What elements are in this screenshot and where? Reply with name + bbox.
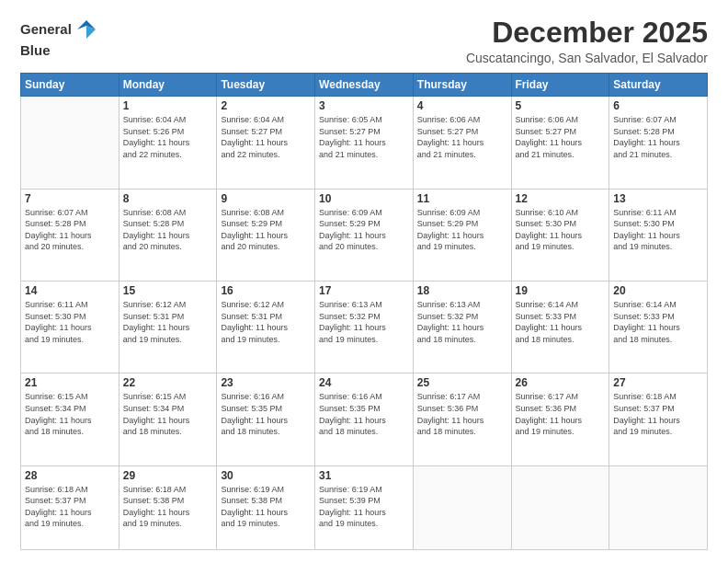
svg-marker-1 — [86, 26, 96, 39]
day-info: Sunrise: 6:16 AM Sunset: 5:35 PM Dayligh… — [319, 391, 409, 437]
day-number: 4 — [417, 99, 507, 112]
calendar-cell: 4Sunrise: 6:06 AM Sunset: 5:27 PM Daylig… — [413, 97, 511, 189]
calendar-cell: 13Sunrise: 6:11 AM Sunset: 5:30 PM Dayli… — [609, 189, 708, 281]
day-number: 26 — [516, 376, 606, 389]
calendar-cell: 6Sunrise: 6:07 AM Sunset: 5:28 PM Daylig… — [609, 97, 708, 189]
day-info: Sunrise: 6:12 AM Sunset: 5:31 PM Dayligh… — [221, 299, 311, 345]
day-number: 8 — [123, 192, 213, 205]
calendar-cell: 25Sunrise: 6:17 AM Sunset: 5:36 PM Dayli… — [413, 373, 511, 465]
day-info: Sunrise: 6:04 AM Sunset: 5:27 PM Dayligh… — [221, 114, 311, 160]
header: General Blue December 2025 Cuscatancingo… — [20, 17, 708, 65]
calendar-cell: 12Sunrise: 6:10 AM Sunset: 5:30 PM Dayli… — [511, 189, 609, 281]
col-wednesday: Wednesday — [315, 74, 414, 97]
day-number: 14 — [25, 284, 115, 297]
day-number: 30 — [221, 469, 311, 482]
day-number: 15 — [123, 284, 213, 297]
calendar-cell: 2Sunrise: 6:04 AM Sunset: 5:27 PM Daylig… — [217, 97, 315, 189]
col-sunday: Sunday — [21, 74, 119, 97]
day-info: Sunrise: 6:17 AM Sunset: 5:36 PM Dayligh… — [516, 391, 606, 437]
day-number: 20 — [613, 284, 703, 297]
col-friday: Friday — [511, 74, 609, 97]
calendar-cell: 21Sunrise: 6:15 AM Sunset: 5:34 PM Dayli… — [21, 373, 119, 465]
day-number: 12 — [516, 192, 606, 205]
day-number: 31 — [319, 469, 409, 482]
day-number: 10 — [319, 192, 409, 205]
day-info: Sunrise: 6:14 AM Sunset: 5:33 PM Dayligh… — [613, 299, 703, 345]
subtitle: Cuscatancingo, San Salvador, El Salvador — [466, 51, 708, 65]
header-row: Sunday Monday Tuesday Wednesday Thursday… — [21, 74, 708, 97]
day-info: Sunrise: 6:12 AM Sunset: 5:31 PM Dayligh… — [123, 299, 213, 345]
day-number: 11 — [417, 192, 507, 205]
logo-text-line2: Blue — [20, 42, 51, 59]
day-info: Sunrise: 6:13 AM Sunset: 5:32 PM Dayligh… — [319, 299, 409, 345]
day-number: 29 — [123, 469, 213, 482]
day-info: Sunrise: 6:16 AM Sunset: 5:35 PM Dayligh… — [221, 391, 311, 437]
calendar-cell: 30Sunrise: 6:19 AM Sunset: 5:38 PM Dayli… — [217, 465, 315, 549]
day-info: Sunrise: 6:11 AM Sunset: 5:30 PM Dayligh… — [25, 299, 115, 345]
day-number: 5 — [516, 99, 606, 112]
day-number: 23 — [221, 376, 311, 389]
calendar-cell: 27Sunrise: 6:18 AM Sunset: 5:37 PM Dayli… — [609, 373, 708, 465]
day-number: 24 — [319, 376, 409, 389]
day-number: 6 — [613, 99, 703, 112]
calendar-cell: 19Sunrise: 6:14 AM Sunset: 5:33 PM Dayli… — [511, 281, 609, 373]
calendar-cell: 28Sunrise: 6:18 AM Sunset: 5:37 PM Dayli… — [21, 465, 119, 549]
day-number: 13 — [613, 192, 703, 205]
day-info: Sunrise: 6:04 AM Sunset: 5:26 PM Dayligh… — [123, 114, 213, 160]
col-saturday: Saturday — [609, 74, 708, 97]
calendar-cell: 16Sunrise: 6:12 AM Sunset: 5:31 PM Dayli… — [217, 281, 315, 373]
day-info: Sunrise: 6:17 AM Sunset: 5:36 PM Dayligh… — [417, 391, 507, 437]
week-row-2: 7Sunrise: 6:07 AM Sunset: 5:28 PM Daylig… — [21, 189, 708, 281]
calendar-cell: 15Sunrise: 6:12 AM Sunset: 5:31 PM Dayli… — [119, 281, 217, 373]
day-info: Sunrise: 6:18 AM Sunset: 5:37 PM Dayligh… — [613, 391, 703, 437]
week-row-3: 14Sunrise: 6:11 AM Sunset: 5:30 PM Dayli… — [21, 281, 708, 373]
day-number: 17 — [319, 284, 409, 297]
day-info: Sunrise: 6:05 AM Sunset: 5:27 PM Dayligh… — [319, 114, 409, 160]
calendar-cell: 22Sunrise: 6:15 AM Sunset: 5:34 PM Dayli… — [119, 373, 217, 465]
col-tuesday: Tuesday — [217, 74, 315, 97]
day-info: Sunrise: 6:19 AM Sunset: 5:38 PM Dayligh… — [221, 484, 311, 530]
day-number: 3 — [319, 99, 409, 112]
day-number: 1 — [123, 99, 213, 112]
week-row-5: 28Sunrise: 6:18 AM Sunset: 5:37 PM Dayli… — [21, 465, 708, 549]
day-info: Sunrise: 6:13 AM Sunset: 5:32 PM Dayligh… — [417, 299, 507, 345]
calendar-cell: 9Sunrise: 6:08 AM Sunset: 5:29 PM Daylig… — [217, 189, 315, 281]
calendar-cell: 14Sunrise: 6:11 AM Sunset: 5:30 PM Dayli… — [21, 281, 119, 373]
title-block: December 2025 Cuscatancingo, San Salvado… — [466, 17, 708, 65]
day-info: Sunrise: 6:10 AM Sunset: 5:30 PM Dayligh… — [516, 207, 606, 253]
calendar-cell: 11Sunrise: 6:09 AM Sunset: 5:29 PM Dayli… — [413, 189, 511, 281]
day-info: Sunrise: 6:08 AM Sunset: 5:29 PM Dayligh… — [221, 207, 311, 253]
day-info: Sunrise: 6:15 AM Sunset: 5:34 PM Dayligh… — [123, 391, 213, 437]
calendar-cell — [609, 465, 708, 549]
day-info: Sunrise: 6:06 AM Sunset: 5:27 PM Dayligh… — [417, 114, 507, 160]
calendar-cell — [21, 97, 119, 189]
day-number: 21 — [25, 376, 115, 389]
calendar-cell: 18Sunrise: 6:13 AM Sunset: 5:32 PM Dayli… — [413, 281, 511, 373]
calendar-cell: 23Sunrise: 6:16 AM Sunset: 5:35 PM Dayli… — [217, 373, 315, 465]
calendar-cell — [511, 465, 609, 549]
day-info: Sunrise: 6:07 AM Sunset: 5:28 PM Dayligh… — [613, 114, 703, 160]
calendar-cell: 3Sunrise: 6:05 AM Sunset: 5:27 PM Daylig… — [315, 97, 414, 189]
day-number: 19 — [516, 284, 606, 297]
day-info: Sunrise: 6:15 AM Sunset: 5:34 PM Dayligh… — [25, 391, 115, 437]
day-info: Sunrise: 6:06 AM Sunset: 5:27 PM Dayligh… — [516, 114, 606, 160]
week-row-1: 1Sunrise: 6:04 AM Sunset: 5:26 PM Daylig… — [21, 97, 708, 189]
page: General Blue December 2025 Cuscatancingo… — [0, 0, 728, 563]
day-number: 18 — [417, 284, 507, 297]
calendar-cell: 29Sunrise: 6:18 AM Sunset: 5:38 PM Dayli… — [119, 465, 217, 549]
calendar-cell — [413, 465, 511, 549]
calendar-cell: 1Sunrise: 6:04 AM Sunset: 5:26 PM Daylig… — [119, 97, 217, 189]
logo-text-line1: General — [20, 21, 72, 38]
day-number: 2 — [221, 99, 311, 112]
day-info: Sunrise: 6:19 AM Sunset: 5:39 PM Dayligh… — [319, 484, 409, 530]
calendar-cell: 17Sunrise: 6:13 AM Sunset: 5:32 PM Dayli… — [315, 281, 414, 373]
logo-icon — [74, 17, 99, 42]
calendar-cell: 8Sunrise: 6:08 AM Sunset: 5:28 PM Daylig… — [119, 189, 217, 281]
calendar-cell: 20Sunrise: 6:14 AM Sunset: 5:33 PM Dayli… — [609, 281, 708, 373]
week-row-4: 21Sunrise: 6:15 AM Sunset: 5:34 PM Dayli… — [21, 373, 708, 465]
month-title: December 2025 — [466, 17, 708, 49]
day-info: Sunrise: 6:07 AM Sunset: 5:28 PM Dayligh… — [25, 207, 115, 253]
day-info: Sunrise: 6:18 AM Sunset: 5:38 PM Dayligh… — [123, 484, 213, 530]
calendar-cell: 7Sunrise: 6:07 AM Sunset: 5:28 PM Daylig… — [21, 189, 119, 281]
day-info: Sunrise: 6:09 AM Sunset: 5:29 PM Dayligh… — [417, 207, 507, 253]
